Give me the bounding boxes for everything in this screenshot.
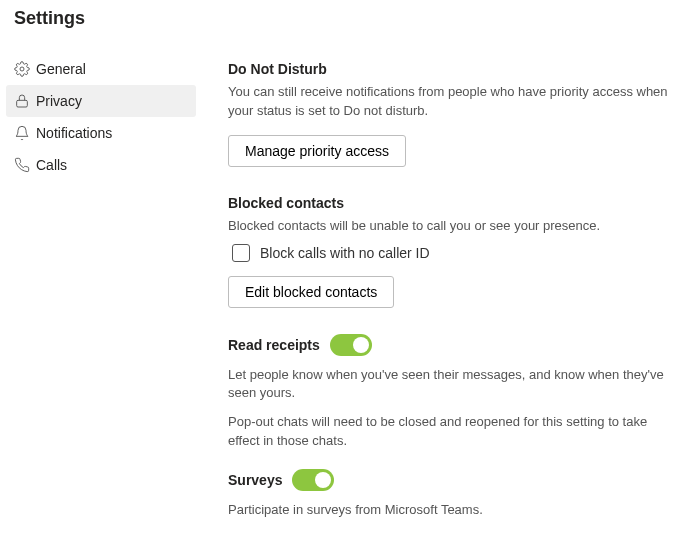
- edit-blocked-contacts-button[interactable]: Edit blocked contacts: [228, 276, 394, 308]
- bell-icon: [14, 125, 36, 141]
- sidebar-item-privacy[interactable]: Privacy: [6, 85, 196, 117]
- sidebar-item-label: Calls: [36, 157, 67, 173]
- surveys-desc: Participate in surveys from Microsoft Te…: [228, 501, 676, 520]
- sidebar-item-calls[interactable]: Calls: [6, 149, 196, 181]
- settings-sidebar: General Privacy Notifications Calls: [0, 53, 196, 534]
- settings-content: Do Not Disturb You can still receive not…: [196, 53, 700, 534]
- sidebar-item-notifications[interactable]: Notifications: [6, 117, 196, 149]
- sidebar-item-label: General: [36, 61, 86, 77]
- lock-icon: [14, 93, 36, 109]
- dnd-title: Do Not Disturb: [228, 61, 676, 77]
- manage-priority-access-button[interactable]: Manage priority access: [228, 135, 406, 167]
- dnd-description: You can still receive notifications from…: [228, 83, 676, 121]
- sidebar-item-label: Privacy: [36, 93, 82, 109]
- block-no-caller-id-label: Block calls with no caller ID: [260, 245, 430, 261]
- blocked-description: Blocked contacts will be unable to call …: [228, 217, 676, 236]
- svg-point-0: [20, 67, 24, 71]
- read-receipts-desc1: Let people know when you've seen their m…: [228, 366, 676, 404]
- read-receipts-desc2: Pop-out chats will need to be closed and…: [228, 413, 676, 451]
- surveys-title: Surveys: [228, 472, 282, 488]
- read-receipts-toggle[interactable]: [330, 334, 372, 356]
- gear-icon: [14, 61, 36, 77]
- read-receipts-title: Read receipts: [228, 337, 320, 353]
- sidebar-item-general[interactable]: General: [6, 53, 196, 85]
- page-title: Settings: [0, 0, 700, 29]
- sidebar-item-label: Notifications: [36, 125, 112, 141]
- phone-icon: [14, 157, 36, 173]
- block-no-caller-id-checkbox[interactable]: [232, 244, 250, 262]
- surveys-toggle[interactable]: [292, 469, 334, 491]
- blocked-title: Blocked contacts: [228, 195, 676, 211]
- svg-rect-1: [17, 100, 28, 107]
